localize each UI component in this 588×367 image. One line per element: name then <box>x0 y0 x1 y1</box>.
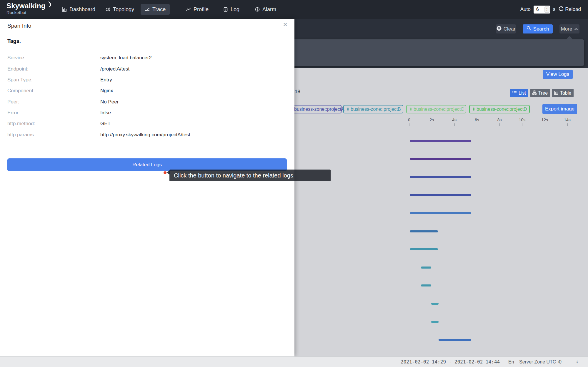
reload-button[interactable]: Reload <box>558 6 581 13</box>
nav-item-log[interactable]: Log <box>219 4 244 15</box>
service-chip-projectD[interactable]: business-zone::projectD <box>469 105 530 113</box>
field-value: /projectA/test <box>100 66 129 72</box>
trace-span-bar[interactable] <box>410 230 438 232</box>
search-button[interactable]: Search <box>523 24 553 33</box>
log-icon <box>223 7 228 12</box>
axis-tick-label: 4s <box>449 118 460 122</box>
close-icon[interactable]: × <box>283 21 287 28</box>
display-mode-list-button[interactable]: List <box>510 89 528 97</box>
service-chip-projectA[interactable]: business-zone::projectA <box>287 105 342 113</box>
chevron-up-icon <box>574 26 578 32</box>
trace-span-bar[interactable] <box>421 267 431 269</box>
field-row-span-type: Span Type: Entry <box>7 77 287 83</box>
field-value: http://proxy.skywalking.com/projectA/tes… <box>100 132 190 138</box>
trace-span-bar[interactable] <box>410 158 471 160</box>
trace-span-bar[interactable] <box>410 248 438 250</box>
clear-button[interactable]: Clear <box>496 24 516 33</box>
field-row-component: Component: Nginx <box>7 88 287 94</box>
crescent-moon-icon <box>46 1 52 9</box>
top-navigation-bar: Skywalking Rocketbot Dashboard Topolog <box>0 0 588 19</box>
trace-span-bar[interactable] <box>410 176 471 178</box>
axis-tick-mark <box>545 123 545 126</box>
display-mode-tree-button[interactable]: Tree <box>530 89 550 97</box>
service-ring-icon <box>347 107 349 111</box>
more-button[interactable]: More <box>559 24 579 33</box>
export-image-label: Export image <box>545 106 574 112</box>
nav-item-alarm[interactable]: Alarm <box>251 4 280 15</box>
axis-tick-mark <box>432 123 432 126</box>
app-title: Skywalking <box>6 2 46 10</box>
tags-section-heading: Tags. <box>7 38 21 44</box>
service-chip-projectC[interactable]: business-zone::projectC <box>406 105 466 113</box>
field-row-endpoint: Endpoint: /projectA/test <box>7 66 287 73</box>
auto-interval-input[interactable]: 6 ▲▼ <box>534 6 550 14</box>
nav-item-label: Profile <box>194 6 209 13</box>
view-logs-button[interactable]: View Logs <box>543 70 573 79</box>
tooltip-text: Click the button to navigate to the rela… <box>174 172 293 179</box>
export-image-button[interactable]: Export image <box>542 104 577 114</box>
field-label: Component: <box>7 88 35 94</box>
nav-item-label: Dashboard <box>69 6 95 13</box>
axis-tick-label: 8s <box>494 118 505 122</box>
alarm-icon <box>255 7 260 12</box>
field-row-http-params: http.params: http://proxy.skywalking.com… <box>7 132 287 138</box>
zone-stepper-icon[interactable]: ▲▼ <box>575 359 579 365</box>
profile-icon <box>186 7 191 12</box>
trace-span-bar[interactable] <box>431 303 439 305</box>
footer-bar: 2021-02-02 14:29 ~ 2021-02-02 14:44 En S… <box>0 356 588 367</box>
field-row-error: Error: false <box>7 110 287 116</box>
service-chip-label: business-zone::projectC <box>414 107 464 112</box>
span-info-modal: Span Info × Tags. Service: system::load … <box>0 19 294 356</box>
axis-tick-label: 2s <box>426 118 438 122</box>
server-zone-label: Server Zone UTC + <box>519 357 560 367</box>
nav-item-label: Alarm <box>262 6 276 13</box>
reload-label: Reload <box>565 6 581 12</box>
trace-span-bar[interactable] <box>410 212 471 214</box>
number-stepper-icon[interactable]: ▲▼ <box>544 6 549 13</box>
topology-icon <box>105 7 111 12</box>
field-value: GET <box>100 121 111 127</box>
service-chip-projectB[interactable]: business-zone::projectB <box>343 105 403 113</box>
field-label: Service: <box>7 55 25 61</box>
nav-item-dashboard[interactable]: Dashboard <box>58 4 99 15</box>
clear-label: Clear <box>504 26 516 32</box>
trace-icon <box>145 7 150 12</box>
nav-item-trace[interactable]: Trace <box>141 4 170 15</box>
tree-icon <box>532 91 537 96</box>
related-logs-tooltip: Click the button to navigate to the rela… <box>169 170 331 181</box>
nav-item-label: Trace <box>152 6 166 13</box>
axis-tick-label: 10s <box>516 118 528 122</box>
app-logo[interactable]: Skywalking Rocketbot <box>6 2 52 15</box>
language-switch[interactable]: En <box>508 357 514 367</box>
axis-tick-mark <box>409 123 409 126</box>
server-zone-value: 0 <box>559 357 562 367</box>
field-value: system::load balancer2 <box>100 55 152 61</box>
nav-item-profile[interactable]: Profile <box>182 4 213 15</box>
field-row-peer: Peer: No Peer <box>7 99 287 105</box>
trace-span-bar[interactable] <box>439 339 471 341</box>
axis-tick-label: 14s <box>562 118 573 122</box>
field-value: Nginx <box>100 88 113 94</box>
time-range-picker[interactable]: 2021-02-02 14:29 ~ 2021-02-02 14:44 <box>401 357 500 367</box>
field-label: Span Type: <box>7 77 33 83</box>
field-label: http.method: <box>7 121 35 127</box>
related-logs-label: Related Logs <box>132 162 162 168</box>
nav-right-controls: Auto 6 ▲▼ s Reload <box>520 0 581 19</box>
trace-span-bar[interactable] <box>410 194 471 196</box>
field-value: Entry <box>100 77 112 83</box>
service-chip-label: business-zone::projectD <box>477 107 527 112</box>
list-icon <box>512 91 517 96</box>
display-mode-label: Tree <box>538 91 548 96</box>
display-mode-label: Table <box>560 91 571 96</box>
service-ring-icon <box>410 107 412 111</box>
service-ring-icon <box>473 107 474 111</box>
nav-item-topology[interactable]: Topology <box>101 4 138 15</box>
nav-item-label: Topology <box>113 6 134 13</box>
auto-interval-value: 6 <box>534 7 544 12</box>
trace-span-bar[interactable] <box>410 140 471 142</box>
trace-span-bar[interactable] <box>421 284 431 286</box>
display-mode-label: List <box>519 91 526 96</box>
trace-span-bar[interactable] <box>431 321 439 323</box>
span-count: 18 <box>295 89 300 95</box>
display-mode-table-button[interactable]: Table <box>552 89 574 97</box>
